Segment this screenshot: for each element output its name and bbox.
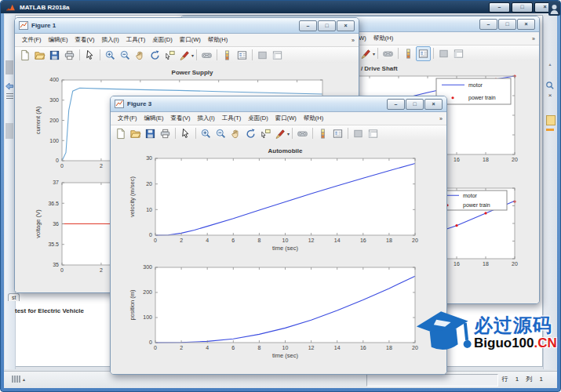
svg-text:Automobile: Automobile — [268, 147, 304, 154]
menu-lines-icon[interactable] — [6, 92, 13, 100]
show-plot-tools-icon[interactable] — [366, 126, 381, 141]
brush-icon[interactable] — [273, 126, 288, 141]
col-label: 列 — [526, 376, 532, 383]
svg-text:10: 10 — [146, 207, 152, 212]
insert-legend-icon[interactable] — [330, 126, 345, 141]
menu-file[interactable]: 文件(F) — [118, 114, 137, 122]
main-maximize-button[interactable]: □ — [512, 2, 533, 13]
open-file-icon[interactable] — [32, 48, 47, 63]
cursor-icon[interactable] — [82, 48, 97, 63]
menu-edit[interactable]: 编辑(E) — [49, 36, 68, 44]
link-plots-icon[interactable] — [199, 48, 214, 63]
cursor-icon[interactable] — [178, 126, 193, 141]
matlab-window-title: MATLAB R2018a — [20, 4, 69, 11]
brush-icon[interactable] — [177, 48, 192, 63]
rotate-3d-icon[interactable] — [243, 126, 258, 141]
figure1-titlebar[interactable]: Figure 1 – □ × — [15, 18, 359, 34]
figure1-maximize-button[interactable]: □ — [318, 20, 336, 31]
zoom-out-icon[interactable] — [118, 48, 133, 63]
insert-colorbar-icon[interactable] — [315, 126, 330, 141]
menu-overflow-icon[interactable]: » — [439, 116, 443, 122]
figure3-close-button[interactable]: × — [424, 99, 443, 110]
profile-icon[interactable] — [548, 2, 560, 16]
menu-desktop[interactable]: 桌面(D) — [152, 36, 172, 44]
menu-tools[interactable]: 工具(T) — [222, 114, 242, 122]
zoom-out-icon[interactable] — [213, 126, 228, 141]
rotate-3d-icon[interactable] — [148, 48, 162, 63]
scroll-up-icon[interactable]: ▲ — [545, 62, 555, 67]
svg-text:velocity (m/sec): velocity (m/sec) — [129, 176, 136, 217]
main-minimize-button[interactable]: – — [489, 2, 510, 13]
show-plot-tools-icon[interactable] — [451, 46, 466, 61]
brush-dropdown-icon[interactable]: ▾ — [191, 53, 194, 58]
figure1-close-button[interactable]: × — [337, 20, 355, 31]
menu-view[interactable]: 查看(V) — [75, 36, 95, 44]
figure2-maximize-button[interactable]: □ — [498, 19, 516, 30]
svg-text:4: 4 — [206, 238, 209, 243]
menu-desktop[interactable]: 桌面(D) — [248, 114, 268, 122]
svg-text:16: 16 — [454, 157, 460, 162]
figure3-minimize-button[interactable]: – — [387, 99, 405, 110]
hide-plot-tools-icon[interactable] — [436, 46, 451, 61]
figure2-close-button[interactable]: × — [517, 19, 535, 30]
menu-file[interactable]: 文件(F) — [22, 36, 42, 44]
link-plots-icon[interactable] — [295, 126, 310, 141]
new-file-icon[interactable] — [17, 48, 32, 63]
zoom-in-icon[interactable] — [103, 48, 118, 63]
matlab-titlebar[interactable]: MATLAB R2018a – □ × — [1, 1, 560, 13]
svg-text:4: 4 — [206, 345, 209, 350]
svg-text:12: 12 — [308, 345, 315, 350]
insert-legend-icon[interactable] — [416, 46, 431, 61]
column-grip-icon[interactable]: ▴ — [12, 376, 25, 383]
menu-insert[interactable]: 插入(I) — [102, 36, 119, 44]
brush-dropdown-icon[interactable]: ▾ — [287, 131, 290, 136]
open-file-icon[interactable] — [128, 126, 143, 141]
menu-help[interactable]: 帮助(H) — [208, 36, 228, 44]
zoom-in-icon[interactable] — [199, 126, 213, 141]
new-file-icon[interactable] — [113, 126, 128, 141]
insert-legend-icon[interactable] — [235, 48, 250, 63]
save-icon[interactable] — [47, 48, 62, 63]
figure1-menubar: 文件(F)编辑(E)查看(V)插入(I)工具(T)桌面(D)窗口(W)帮助(H)… — [15, 34, 359, 47]
insert-colorbar-icon[interactable] — [401, 46, 416, 61]
hide-plot-tools-icon[interactable] — [255, 48, 270, 63]
close-icon[interactable]: × — [545, 92, 555, 100]
menu-insert[interactable]: 插入(I) — [198, 114, 215, 122]
menu-overflow-icon[interactable]: » — [352, 38, 355, 43]
brush-dropdown-icon[interactable]: ▾ — [373, 51, 375, 56]
menu-window[interactable]: 窗口(W) — [180, 36, 201, 44]
menu-view[interactable]: 查看(V) — [171, 114, 191, 122]
show-plot-tools-icon[interactable] — [270, 48, 285, 63]
insert-colorbar-icon[interactable] — [220, 48, 235, 63]
search-icon[interactable] — [545, 79, 555, 89]
svg-text:2: 2 — [100, 267, 103, 273]
menu-edit[interactable]: 编辑(E) — [144, 114, 164, 122]
menu-help[interactable]: 帮助(H) — [304, 114, 323, 122]
menu-tools[interactable]: 工具(T) — [126, 36, 146, 44]
menu-window[interactable]: 窗口(W) — [275, 114, 297, 122]
figure1-title: Figure 1 — [31, 22, 56, 29]
pan-icon[interactable] — [228, 126, 243, 141]
data-cursor-icon[interactable] — [162, 48, 177, 63]
print-icon[interactable] — [158, 126, 173, 141]
figure3-maximize-button[interactable]: □ — [406, 99, 424, 110]
figure3-titlebar[interactable]: Figure 3 – □ × — [111, 96, 446, 112]
menu-help[interactable]: 帮助(H) — [373, 34, 393, 42]
data-cursor-icon[interactable] — [258, 126, 273, 141]
link-plots-icon[interactable] — [381, 46, 395, 61]
menu-overflow-icon[interactable]: » — [532, 36, 535, 42]
svg-text:10: 10 — [282, 345, 289, 350]
print-icon[interactable] — [62, 48, 77, 63]
brush-icon[interactable] — [359, 46, 373, 61]
figure1-minimize-button[interactable]: – — [299, 20, 317, 31]
back-arrow-icon[interactable] — [5, 79, 14, 87]
save-icon[interactable] — [143, 126, 158, 141]
svg-text:20: 20 — [412, 238, 418, 243]
figure2-minimize-button[interactable]: – — [479, 19, 497, 30]
pan-icon[interactable] — [133, 48, 148, 63]
note-marker-icon[interactable] — [546, 115, 556, 125]
highlight-marker-icon[interactable] — [546, 129, 554, 131]
editor-partial-tab[interactable]: st — [8, 293, 20, 301]
hide-plot-tools-icon[interactable] — [351, 126, 366, 141]
svg-text:30: 30 — [146, 155, 152, 161]
